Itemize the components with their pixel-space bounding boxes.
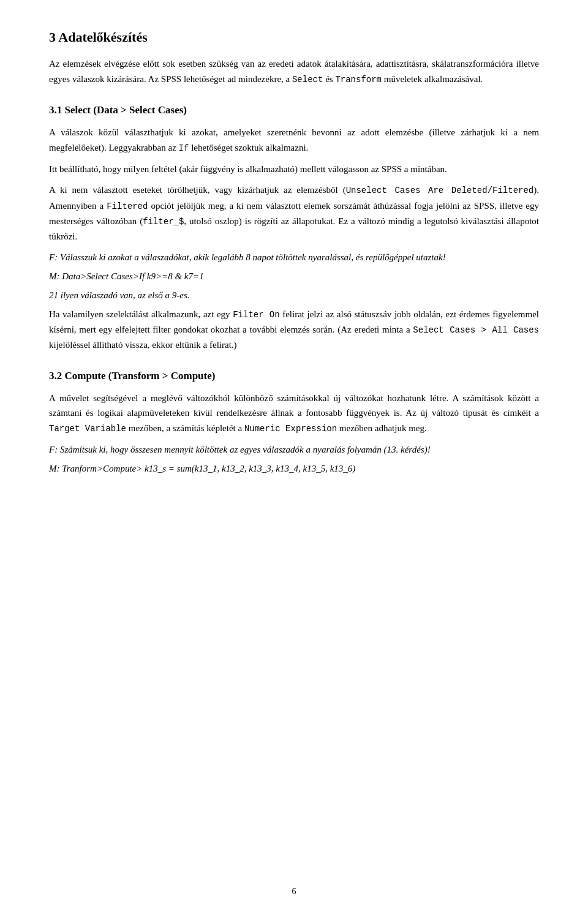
- section1-title: 3.1 Select (Data > Select Cases): [49, 104, 539, 116]
- intro-paragraph: Az elemzések elvégzése előtt sok esetben…: [49, 56, 539, 87]
- section1-result1: 21 ilyen válaszadó van, az első a 9-es.: [49, 288, 539, 303]
- section1-solution1: M: Data>Select Cases>If k9>=8 & k7=1: [49, 269, 539, 284]
- section1-exercise1: F: Válasszuk ki azokat a válaszadókat, a…: [49, 250, 539, 265]
- code-transform: Transform: [335, 75, 382, 85]
- code-filter-on: Filter On: [233, 310, 279, 320]
- section1-para1: A válaszok közül választhatjuk ki azokat…: [49, 125, 539, 156]
- chapter-title: 3 Adatelőkészítés: [49, 29, 539, 45]
- code-filtered: Filtered: [107, 201, 148, 211]
- code-unselect: Unselect Cases Are Deleted/Filtered: [346, 186, 534, 195]
- section1-para2: Itt beállítható, hogy milyen feltétel (a…: [49, 162, 539, 177]
- page-number: 6: [292, 887, 296, 897]
- section1-para4: Ha valamilyen szelektálást alkalmazunk, …: [49, 307, 539, 353]
- code-select-all: Select Cases > All Cases: [413, 325, 539, 335]
- page: 3 Adatelőkészítés Az elemzések elvégzése…: [0, 0, 588, 915]
- code-if: If: [179, 143, 189, 153]
- section2-solution1: M: Tranform>Compute> k13_s = sum(k13_1, …: [49, 461, 539, 476]
- code-filter-var: filter_$: [143, 217, 184, 227]
- code-target-var: Target Variable: [49, 424, 126, 434]
- section1-para3: A ki nem választott eseteket törölhetjük…: [49, 183, 539, 244]
- section2-para1: A művelet segítségével a meglévő változó…: [49, 391, 539, 437]
- section2-exercise1: F: Számítsuk ki, hogy összesen mennyit k…: [49, 442, 539, 457]
- code-numeric-expr: Numeric Expression: [244, 424, 337, 434]
- section2-title: 3.2 Compute (Transform > Compute): [49, 370, 539, 382]
- code-select: Select: [292, 75, 323, 85]
